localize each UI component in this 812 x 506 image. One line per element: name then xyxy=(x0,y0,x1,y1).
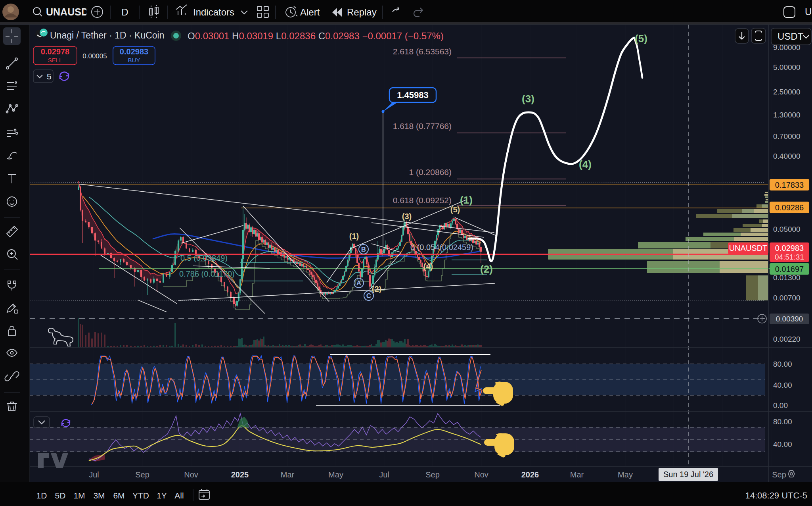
svg-text:(3): (3) xyxy=(402,212,412,221)
svg-text:Nov: Nov xyxy=(474,470,488,479)
svg-text:1D: 1D xyxy=(36,491,47,500)
svg-text:80.00: 80.00 xyxy=(773,360,792,368)
svg-text:0.40000: 0.40000 xyxy=(773,152,801,160)
svg-text:0.00220: 0.00220 xyxy=(773,335,801,343)
svg-text:2.618 (6.53563): 2.618 (6.53563) xyxy=(393,47,452,56)
svg-text:1Y: 1Y xyxy=(157,491,167,500)
svg-text:0.618 (0.09252): 0.618 (0.09252) xyxy=(393,196,452,205)
svg-text:May: May xyxy=(328,470,343,479)
svg-text:Alert: Alert xyxy=(300,7,320,17)
svg-text:(4): (4) xyxy=(423,262,433,271)
svg-text:UNAUSDT: UNAUSDT xyxy=(729,244,768,252)
svg-text:Jul: Jul xyxy=(379,470,389,479)
svg-text:0.09286: 0.09286 xyxy=(775,203,804,212)
svg-text:(1): (1) xyxy=(460,194,473,206)
svg-text:0.17833: 0.17833 xyxy=(775,181,804,189)
svg-text:Nov: Nov xyxy=(184,470,198,479)
svg-text:0.02983: 0.02983 xyxy=(775,244,804,252)
svg-text:A: A xyxy=(356,279,361,287)
svg-text:0.05000: 0.05000 xyxy=(773,225,801,233)
svg-text:1.30000: 1.30000 xyxy=(773,111,801,119)
svg-text:O0.03001 H0.03019 L0.02836 C0.: O0.03001 H0.03019 L0.02836 C0.02983 −0.0… xyxy=(188,31,444,41)
svg-text:C: C xyxy=(366,292,371,300)
svg-text:BUY: BUY xyxy=(128,57,140,63)
svg-text:6M: 6M xyxy=(113,491,124,500)
svg-text:0.00390: 0.00390 xyxy=(776,315,803,323)
svg-text:1 (0.20866): 1 (0.20866) xyxy=(409,167,452,177)
svg-text:Un: Un xyxy=(805,6,812,17)
svg-text:Indicators: Indicators xyxy=(193,7,234,17)
svg-text:0.70000: 0.70000 xyxy=(773,132,801,140)
svg-text:1.618 (0.77766): 1.618 (0.77766) xyxy=(393,121,452,131)
svg-text:0.01697: 0.01697 xyxy=(775,265,804,273)
svg-text:Jul: Jul xyxy=(89,470,99,479)
svg-text:(3): (3) xyxy=(522,93,534,105)
svg-text:1.45983: 1.45983 xyxy=(397,90,429,100)
svg-text:3M: 3M xyxy=(93,491,105,500)
svg-text:Unagi / Tether · 1D · KuCoin: Unagi / Tether · 1D · KuCoin xyxy=(50,30,165,40)
svg-text:(4): (4) xyxy=(579,158,592,170)
svg-text:0.01300: 0.01300 xyxy=(773,273,801,282)
svg-text:(5): (5) xyxy=(635,33,647,44)
svg-text:YTD: YTD xyxy=(132,491,149,500)
svg-text:0.00700: 0.00700 xyxy=(773,294,801,302)
svg-text:5.00000: 5.00000 xyxy=(773,63,801,71)
svg-text:USDT: USDT xyxy=(778,31,804,42)
svg-text:40.00: 40.00 xyxy=(773,440,792,448)
svg-text:2025: 2025 xyxy=(231,470,249,479)
svg-text:(5): (5) xyxy=(450,205,460,214)
svg-text:SELL: SELL xyxy=(48,57,63,63)
svg-text:2026: 2026 xyxy=(521,470,539,479)
svg-text:9.00000: 9.00000 xyxy=(773,43,801,52)
svg-text:Mar: Mar xyxy=(570,470,584,479)
svg-text:0.00: 0.00 xyxy=(773,401,788,410)
svg-text:0.786 (0.01170): 0.786 (0.01170) xyxy=(179,269,235,278)
svg-text:0.00005: 0.00005 xyxy=(82,52,107,60)
svg-text:2.50000: 2.50000 xyxy=(773,88,801,96)
svg-text:D: D xyxy=(121,7,128,17)
svg-text:40.00: 40.00 xyxy=(773,381,792,389)
svg-text:1M: 1M xyxy=(73,491,85,500)
svg-text:5: 5 xyxy=(47,72,52,81)
svg-text:(2): (2) xyxy=(372,285,381,293)
svg-text:04:51:31: 04:51:31 xyxy=(775,253,804,261)
svg-text:Replay: Replay xyxy=(347,7,377,17)
svg-text:May: May xyxy=(618,470,633,479)
svg-text:(1): (1) xyxy=(349,232,359,240)
svg-text:80.00: 80.00 xyxy=(773,417,792,426)
svg-text:0.02983: 0.02983 xyxy=(120,47,148,56)
svg-text:Sun 19 Jul '26: Sun 19 Jul '26 xyxy=(663,470,713,479)
svg-text:0.02978: 0.02978 xyxy=(41,47,69,56)
svg-text:(2): (2) xyxy=(480,263,493,275)
svg-text:14:08:29 UTC-5: 14:08:29 UTC-5 xyxy=(745,491,807,500)
svg-text:0 (0.054(0.02459): 0 (0.054(0.02459) xyxy=(410,243,473,252)
svg-text:All: All xyxy=(174,491,184,500)
svg-text:B: B xyxy=(361,246,366,253)
svg-text:Sep: Sep xyxy=(772,470,786,479)
svg-text:Mar: Mar xyxy=(281,470,295,479)
svg-text:Sep: Sep xyxy=(425,470,440,479)
svg-text:Sep: Sep xyxy=(135,470,149,479)
svg-text:0.5 (0.03849): 0.5 (0.03849) xyxy=(180,254,228,262)
svg-text:5D: 5D xyxy=(55,491,66,500)
